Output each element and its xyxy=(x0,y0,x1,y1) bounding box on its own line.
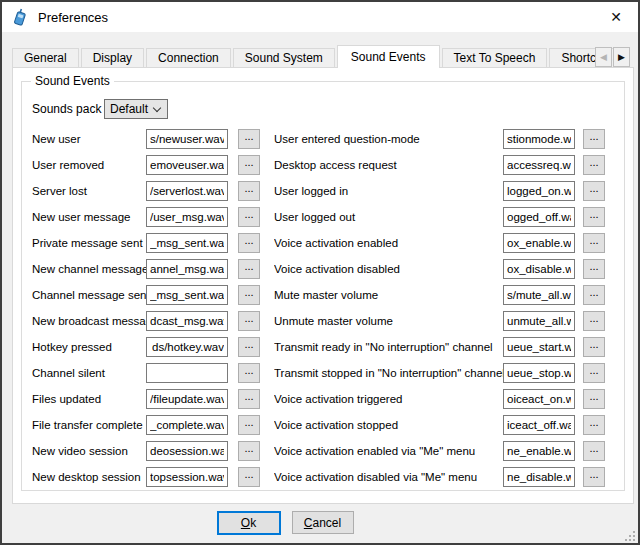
browse-button[interactable]: ... xyxy=(583,311,605,331)
sound-file-input[interactable] xyxy=(146,207,228,227)
sounds-pack-value: Default xyxy=(110,102,148,116)
sound-file-input[interactable] xyxy=(146,441,228,461)
sound-event-row: Server lost ... User logged in ... xyxy=(22,178,624,204)
sound-event-row: File transfer complete ... Voice activat… xyxy=(22,412,624,438)
sound-event-label: Transmit stopped in "No interruption" ch… xyxy=(274,367,503,379)
preferences-dialog: Preferences ✕ General Display Connection… xyxy=(0,0,640,545)
sound-event-row: New user message ... User logged out ... xyxy=(22,204,624,230)
sound-file-input[interactable] xyxy=(503,129,575,149)
sound-event-row: New channel message ... Voice activation… xyxy=(22,256,624,282)
tab-general[interactable]: General xyxy=(12,48,79,68)
browse-button[interactable]: ... xyxy=(583,207,605,227)
sound-file-input[interactable] xyxy=(503,285,575,305)
browse-button[interactable]: ... xyxy=(238,129,260,149)
sound-event-label: Voice activation triggered xyxy=(274,393,503,405)
sound-file-input[interactable] xyxy=(503,311,575,331)
sound-file-input[interactable] xyxy=(146,363,228,383)
sound-event-label: New desktop session xyxy=(32,471,146,483)
browse-button[interactable]: ... xyxy=(238,311,260,331)
browse-button[interactable]: ... xyxy=(583,441,605,461)
browse-button[interactable]: ... xyxy=(238,363,260,383)
browse-button[interactable]: ... xyxy=(238,181,260,201)
sound-event-row: Channel message sent ... Mute master vol… xyxy=(22,282,624,308)
tab-sound-events[interactable]: Sound Events xyxy=(337,45,440,68)
browse-button[interactable]: ... xyxy=(583,363,605,383)
sound-file-input[interactable] xyxy=(146,259,228,279)
arrow-right-icon: ▶ xyxy=(618,52,625,62)
tab-text-to-speech[interactable]: Text To Speech xyxy=(442,48,548,68)
sound-file-input[interactable] xyxy=(503,337,575,357)
sound-file-input[interactable] xyxy=(146,181,228,201)
sound-event-label: Voice activation disabled xyxy=(274,263,503,275)
browse-button[interactable]: ... xyxy=(583,389,605,409)
tab-sound-system[interactable]: Sound System xyxy=(233,48,335,68)
browse-button[interactable]: ... xyxy=(583,285,605,305)
sound-file-input[interactable] xyxy=(503,441,575,461)
sound-file-input[interactable] xyxy=(146,337,228,357)
browse-button[interactable]: ... xyxy=(238,259,260,279)
ok-button[interactable]: Ok xyxy=(217,511,281,535)
sound-file-input[interactable] xyxy=(503,233,575,253)
browse-button[interactable]: ... xyxy=(583,415,605,435)
browse-button[interactable]: ... xyxy=(238,337,260,357)
sound-event-label: Hotkey pressed xyxy=(32,341,146,353)
cancel-button[interactable]: Cancel xyxy=(292,511,354,534)
sound-file-input[interactable] xyxy=(146,129,228,149)
sound-events-groupbox: Sound Events Sounds pack Default New use… xyxy=(21,81,625,491)
sound-file-input[interactable] xyxy=(146,155,228,175)
browse-button[interactable]: ... xyxy=(583,259,605,279)
sound-file-input[interactable] xyxy=(503,363,575,383)
browse-button[interactable]: ... xyxy=(238,233,260,253)
sound-file-input[interactable] xyxy=(146,311,228,331)
sound-file-input[interactable] xyxy=(503,415,575,435)
sounds-pack-select[interactable]: Default xyxy=(104,99,168,119)
sound-file-input[interactable] xyxy=(146,467,228,487)
sound-event-row: User removed ... Desktop access request … xyxy=(22,152,624,178)
sound-file-input[interactable] xyxy=(146,285,228,305)
sound-event-label: New user xyxy=(32,133,146,145)
browse-button[interactable]: ... xyxy=(583,467,605,487)
sound-file-input[interactable] xyxy=(503,259,575,279)
sound-file-input[interactable] xyxy=(503,181,575,201)
sound-event-label: Voice activation enabled xyxy=(274,237,503,249)
close-button[interactable]: ✕ xyxy=(594,2,638,32)
browse-button[interactable]: ... xyxy=(238,415,260,435)
sound-event-label: New user message xyxy=(32,211,146,223)
arrow-left-icon: ◀ xyxy=(600,52,607,62)
sound-file-input[interactable] xyxy=(503,389,575,409)
browse-button[interactable]: ... xyxy=(238,389,260,409)
titlebar: Preferences ✕ xyxy=(2,2,638,32)
browse-button[interactable]: ... xyxy=(238,207,260,227)
browse-button[interactable]: ... xyxy=(583,181,605,201)
sound-file-input[interactable] xyxy=(503,467,575,487)
browse-button[interactable]: ... xyxy=(238,441,260,461)
tab-display[interactable]: Display xyxy=(81,48,144,68)
browse-button[interactable]: ... xyxy=(238,467,260,487)
sound-event-label: New channel message xyxy=(32,263,146,275)
resize-grip[interactable] xyxy=(625,530,635,540)
sound-event-label: File transfer complete xyxy=(32,419,146,431)
sound-file-input[interactable] xyxy=(146,415,228,435)
tab-scroll-right-button[interactable]: ▶ xyxy=(613,47,630,67)
sound-event-label: Desktop access request xyxy=(274,159,503,171)
browse-button[interactable]: ... xyxy=(583,155,605,175)
browse-button[interactable]: ... xyxy=(238,155,260,175)
sound-rows: New user ... User entered question-mode … xyxy=(22,126,624,490)
tab-bar: General Display Connection Sound System … xyxy=(12,45,630,68)
sound-event-label: User logged in xyxy=(274,185,503,197)
sound-file-input[interactable] xyxy=(146,233,228,253)
sound-event-row: Hotkey pressed ... Transmit ready in "No… xyxy=(22,334,624,360)
sound-event-label: Mute master volume xyxy=(274,289,503,301)
browse-button[interactable]: ... xyxy=(583,129,605,149)
tab-connection[interactable]: Connection xyxy=(146,48,231,68)
browse-button[interactable]: ... xyxy=(583,337,605,357)
sound-file-input[interactable] xyxy=(503,207,575,227)
browse-button[interactable]: ... xyxy=(583,233,605,253)
browse-button[interactable]: ... xyxy=(238,285,260,305)
sound-event-label: Transmit ready in "No interruption" chan… xyxy=(274,341,503,353)
sound-event-row: New video session ... Voice activation e… xyxy=(22,438,624,464)
sound-file-input[interactable] xyxy=(146,389,228,409)
footer: Ok Cancel xyxy=(2,511,638,535)
sound-file-input[interactable] xyxy=(503,155,575,175)
tab-scroll-left-button[interactable]: ◀ xyxy=(595,47,612,67)
